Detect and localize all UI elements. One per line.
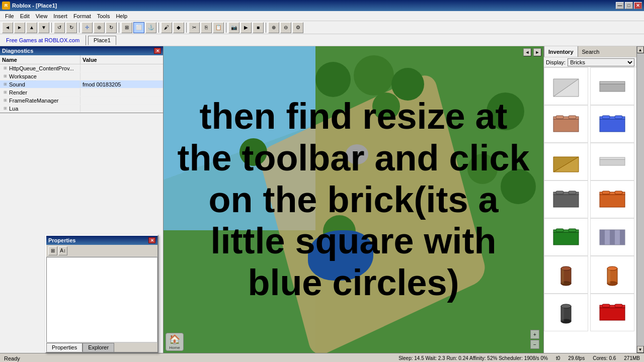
tree-9 <box>239 138 267 166</box>
settings-button[interactable]: ⚙ <box>292 22 303 33</box>
diag-row-frameratemanager[interactable]: ⊞ FrameRateManager <box>0 97 163 105</box>
expand-icon: ⊞ <box>2 106 8 112</box>
inv-item-8[interactable] <box>590 180 634 218</box>
zoom-in-button[interactable]: ⊕ <box>268 22 279 33</box>
inv-item-13[interactable] <box>544 294 588 331</box>
minimize-button[interactable]: — <box>616 2 624 9</box>
brick-gold-wedge <box>551 149 581 174</box>
menu-format[interactable]: Format <box>70 12 94 20</box>
statusbar: Ready Sleep: 14.5 Wait: 2.3 Run: 0.24 Af… <box>0 353 644 362</box>
svg-rect-2 <box>600 84 625 92</box>
menu-tools[interactable]: Tools <box>94 12 113 20</box>
menu-file[interactable]: File <box>2 12 17 20</box>
sep6 <box>226 23 226 33</box>
viewport[interactable]: then find resize at the toolbar and clic… <box>164 46 543 353</box>
sep5 <box>186 23 187 33</box>
menu-edit[interactable]: Edit <box>17 12 33 20</box>
zoom-in-viewport[interactable]: + <box>530 330 539 339</box>
expand-icon: ⊞ <box>2 81 8 87</box>
sep3 <box>119 23 119 33</box>
menu-help[interactable]: Help <box>113 12 130 20</box>
inv-item-10[interactable] <box>590 218 634 256</box>
redo-button[interactable]: ↻ <box>66 22 77 33</box>
diag-row-httpcontent[interactable]: ⊞ HttpQueue_ContentProv... <box>0 64 163 72</box>
zoom-out-button[interactable]: ⊖ <box>280 22 291 33</box>
scroll-down-button[interactable]: ▼ <box>637 346 644 353</box>
nav-left-arrow[interactable]: ◄ <box>523 48 531 56</box>
diagnostics-close-button[interactable]: ✕ <box>154 48 161 54</box>
search-tab[interactable]: Search <box>578 46 604 57</box>
inv-item-9[interactable] <box>544 218 588 256</box>
inv-item-6[interactable] <box>590 143 634 180</box>
zoom-out-viewport[interactable]: − <box>530 340 539 349</box>
display-select[interactable]: Bricks Decals Scripts Models <box>568 58 634 66</box>
tab-properties[interactable]: Properties <box>46 343 83 352</box>
free-games-link[interactable]: Free Games at ROBLOX.com <box>2 37 84 43</box>
sep7 <box>266 23 266 33</box>
inventory-tabs-bar: Inventory Search <box>544 46 636 57</box>
copy-button[interactable]: ⎘ <box>201 22 212 33</box>
diag-row-render[interactable]: ⊞ Render <box>0 88 163 97</box>
svg-rect-22 <box>602 191 610 194</box>
inv-item-1[interactable] <box>544 67 588 105</box>
inv-item-5[interactable] <box>544 143 588 180</box>
close-button[interactable]: ✕ <box>634 2 642 9</box>
inv-item-3[interactable] <box>544 105 588 143</box>
svg-rect-18 <box>556 191 564 194</box>
tab-explorer[interactable]: Explorer <box>83 343 114 352</box>
inventory-panel: Inventory Search Display: Bricks Decals … <box>543 46 636 353</box>
camera-button[interactable]: 📷 <box>228 22 239 33</box>
svg-rect-15 <box>600 157 625 159</box>
prop-tool-2[interactable]: A↕ <box>58 246 67 255</box>
brick-tan <box>551 112 581 137</box>
anchor-tool[interactable]: ⚓ <box>145 22 156 33</box>
paint-tool[interactable]: 🖌 <box>161 22 172 33</box>
inv-item-14[interactable] <box>590 294 634 331</box>
play-button[interactable]: ▶ <box>240 22 252 33</box>
cut-button[interactable]: ✂ <box>189 22 200 33</box>
svg-rect-8 <box>600 119 625 132</box>
svg-rect-23 <box>615 191 622 194</box>
back-button[interactable]: ◄ <box>2 22 13 33</box>
svg-rect-26 <box>556 229 564 232</box>
undo-button[interactable]: ↺ <box>54 22 65 33</box>
diag-row-workspace[interactable]: ⊞ Workspace <box>0 72 163 80</box>
scale-button[interactable]: ⊕ <box>94 22 105 33</box>
inv-item-12[interactable] <box>590 256 634 294</box>
menu-view[interactable]: View <box>33 12 51 20</box>
diag-row-lua[interactable]: ⊞ Lua <box>0 105 163 113</box>
viewport-controls: + − <box>530 330 539 349</box>
forward-button[interactable]: ► <box>14 22 25 33</box>
home-button[interactable]: 🏠 Home <box>166 333 184 351</box>
scroll-track[interactable] <box>637 53 644 346</box>
properties-titlebar[interactable]: Properties ✕ <box>46 236 157 245</box>
inv-item-4[interactable] <box>590 105 634 143</box>
properties-toolbar: ⊞ A↕ <box>46 245 157 257</box>
move-button[interactable]: ✛ <box>82 22 93 33</box>
up-button[interactable]: ▲ <box>26 22 37 33</box>
resize-tool[interactable]: ⬜ <box>133 22 144 33</box>
properties-close-button[interactable]: ✕ <box>148 237 155 243</box>
material-tool[interactable]: ◆ <box>173 22 184 33</box>
status-stats: Sleep: 14.5 Wait: 2.3 Run: 0.24 Affinity… <box>398 355 548 361</box>
scroll-up-button[interactable]: ▲ <box>637 46 644 53</box>
status-cores: Cores: 0.6 <box>593 355 616 361</box>
rotate-button[interactable]: ↻ <box>106 22 117 33</box>
prop-tool-1[interactable]: ⊞ <box>48 246 57 255</box>
nav-right-arrow[interactable]: ► <box>533 48 541 56</box>
paste-button[interactable]: 📋 <box>213 22 224 33</box>
inv-item-7[interactable] <box>544 180 588 218</box>
main-toolbar: ◄ ► ▲ ▼ ↺ ↻ ✛ ⊕ ↻ ⊞ ⬜ ⚓ 🖌 ◆ ✂ ⎘ 📋 📷 ▶ ■ … <box>0 21 644 34</box>
down-button[interactable]: ▼ <box>38 22 49 33</box>
select-tool[interactable]: ⊞ <box>121 22 132 33</box>
menu-insert[interactable]: Insert <box>50 12 70 20</box>
svg-rect-7 <box>569 116 576 119</box>
stop-button[interactable]: ■ <box>253 22 264 33</box>
inv-item-2[interactable] <box>590 67 634 105</box>
inv-item-11[interactable] <box>544 256 588 294</box>
inventory-tab[interactable]: Inventory <box>544 46 578 57</box>
sep4 <box>158 23 159 33</box>
maximize-button[interactable]: □ <box>625 2 633 9</box>
tab-place1[interactable]: Place1 <box>88 36 116 45</box>
diag-row-sound[interactable]: ⊞ Sound fmod 00183205 <box>0 80 163 88</box>
